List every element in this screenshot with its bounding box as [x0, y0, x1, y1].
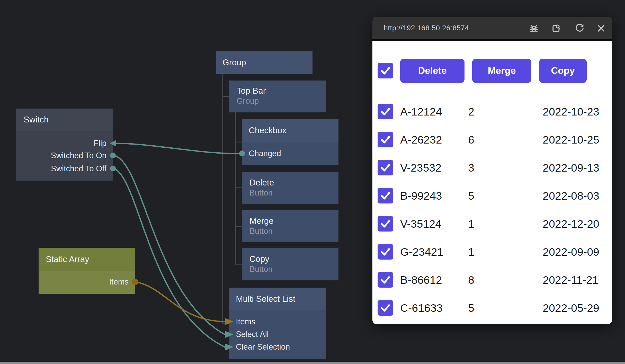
row-id: B-86612	[400, 272, 442, 288]
table-row: A-26232 6 2022-10-25	[372, 132, 612, 148]
node-copy-button[interactable]: Copy Button	[242, 248, 338, 280]
row-id: A-12124	[400, 104, 442, 120]
row-checkbox[interactable]	[378, 188, 393, 203]
node-multi-select-list[interactable]: Multi Select List Items Select All Clear…	[229, 288, 326, 359]
node-switch-header: Switch	[16, 109, 113, 131]
delete-button[interactable]: Delete	[400, 59, 465, 83]
node-group[interactable]: Group	[216, 51, 312, 74]
row-id: B-99243	[400, 188, 442, 204]
row-id: A-26232	[400, 132, 442, 148]
row-checkbox[interactable]	[378, 300, 393, 316]
node-array-header: Static Array	[39, 248, 135, 271]
row-count: 1	[468, 244, 474, 260]
port-flip[interactable]: Flip	[94, 138, 106, 148]
table-row: A-12124 2 2022-10-23	[372, 104, 612, 120]
table-row: V-23532 3 2022-09-13	[372, 160, 612, 176]
taskbar-edge	[0, 362, 625, 364]
port-clear-selection[interactable]: Clear Selection	[236, 342, 290, 352]
node-delete-button[interactable]: Delete Button	[242, 172, 338, 204]
wire-on-to-select-all	[114, 155, 225, 334]
row-count: 3	[468, 160, 474, 176]
node-title: Checkbox	[249, 126, 287, 135]
browser-preview-window: http://192.168.50.26:8574	[372, 17, 612, 324]
url-text: http://192.168.50.26:8574	[384, 24, 469, 32]
row-date: 2022-11-21	[543, 272, 599, 288]
row-count: 2	[468, 104, 474, 120]
row-count: 1	[468, 216, 474, 232]
row-date: 2022-10-23	[543, 104, 599, 120]
row-date: 2022-12-20	[543, 216, 599, 232]
row-date: 2022-09-13	[543, 160, 599, 176]
row-count: 5	[468, 188, 474, 204]
node-checkbox-header: Checkbox	[242, 119, 338, 142]
row-checkbox[interactable]	[378, 104, 393, 119]
row-checkbox[interactable]	[378, 272, 393, 288]
row-checkbox[interactable]	[378, 244, 393, 260]
row-checkbox[interactable]	[378, 132, 393, 147]
node-title: Top Bar	[237, 86, 326, 96]
node-title: Delete	[249, 177, 338, 188]
wire-changed-to-flip	[116, 143, 242, 154]
node-subtitle: Group	[237, 96, 326, 106]
port-switched-to-on[interactable]: Switched To On	[51, 151, 106, 161]
node-checkbox[interactable]: Checkbox Changed	[242, 119, 338, 165]
row-count: 8	[468, 272, 474, 288]
row-checkbox[interactable]	[378, 160, 393, 175]
port-changed[interactable]: Changed	[249, 149, 281, 158]
inspect-page-icon[interactable]	[551, 23, 561, 33]
row-id: C-61633	[400, 300, 443, 316]
bug-icon[interactable]	[529, 23, 539, 33]
browser-preview-titlebar: http://192.168.50.26:8574	[372, 17, 612, 41]
row-id: G-23421	[400, 244, 443, 260]
node-top-bar[interactable]: Top Bar Group	[229, 81, 326, 112]
node-title: Copy	[249, 254, 338, 264]
row-count: 5	[468, 300, 474, 316]
node-subtitle: Button	[249, 188, 338, 198]
node-subtitle: Button	[249, 226, 338, 236]
port-items-out[interactable]: Items	[109, 277, 129, 287]
table-row: G-23421 1 2022-09-09	[372, 244, 612, 260]
merge-button[interactable]: Merge	[472, 59, 531, 83]
node-subtitle: Button	[249, 264, 338, 274]
copy-button[interactable]: Copy	[539, 59, 587, 83]
port-select-all[interactable]: Select All	[236, 330, 269, 339]
node-switch[interactable]: Switch Flip Switched To On Switched To O…	[16, 109, 113, 181]
node-title: Multi Select List	[236, 294, 295, 304]
browser-preview-content: Delete Merge Copy A-12124 2 2022-10-23 A…	[372, 41, 612, 324]
row-id: V-23532	[400, 160, 441, 176]
port-items[interactable]: Items	[236, 317, 255, 327]
node-title: Merge	[249, 216, 338, 226]
table-row: B-86612 8 2022-11-21	[372, 272, 612, 288]
node-msl-header: Multi Select List	[229, 288, 326, 310]
row-date: 2022-09-09	[543, 244, 599, 260]
table-row: B-99243 5 2022-08-03	[372, 188, 612, 204]
close-icon[interactable]	[596, 23, 606, 33]
node-title: Group	[222, 58, 246, 67]
wire-items-to-items	[135, 282, 225, 322]
node-title: Static Array	[46, 254, 89, 264]
row-id: V-35124	[400, 216, 441, 232]
select-all-checkbox[interactable]	[378, 63, 393, 78]
refresh-icon[interactable]	[574, 23, 584, 33]
table-row: V-35124 1 2022-12-20	[372, 216, 612, 232]
node-static-array[interactable]: Static Array Items	[39, 248, 135, 294]
node-merge-button[interactable]: Merge Button	[242, 210, 338, 242]
node-title: Switch	[24, 115, 49, 125]
port-switched-to-off[interactable]: Switched To Off	[51, 164, 106, 174]
row-count: 6	[468, 132, 474, 148]
table-row: C-61633 5 2022-05-29	[372, 300, 612, 316]
row-date: 2022-10-25	[543, 132, 599, 148]
row-date: 2022-08-03	[543, 188, 599, 204]
row-checkbox[interactable]	[378, 216, 393, 232]
row-date: 2022-05-29	[543, 300, 599, 316]
